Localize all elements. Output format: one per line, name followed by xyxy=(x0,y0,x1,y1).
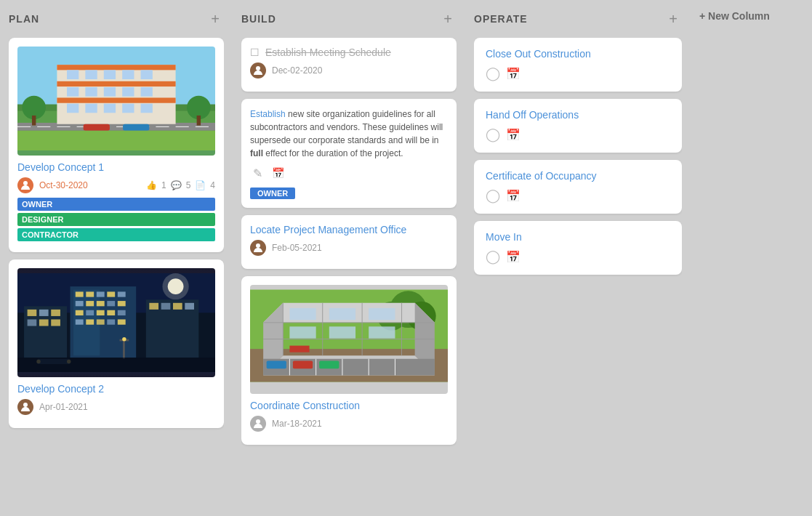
card-close-out-construction: Close Out Construction ◯ 📅 xyxy=(474,38,682,92)
date-coordinate-construction: Mar-18-2021 xyxy=(272,419,322,429)
svg-rect-53 xyxy=(118,310,126,315)
card-develop-concept-1: Develop Concept 1 Oct-30-2020 👍 1 💬 5 📄 … xyxy=(9,38,224,252)
card-locate-pm-meta: Feb-05-2021 xyxy=(250,240,448,256)
svg-rect-21 xyxy=(104,104,116,113)
date-locate-pm: Feb-05-2021 xyxy=(272,243,322,253)
person-icon-movein: ◯ xyxy=(486,249,500,265)
operate-cards-container: Close Out Construction ◯ 📅 Hand Off Oper… xyxy=(474,38,682,509)
svg-rect-13 xyxy=(141,70,153,79)
plan-column-header: PLAN + xyxy=(9,7,224,31)
doc-count: 4 xyxy=(210,180,215,190)
card-locate-pm-title[interactable]: Locate Project Management Office xyxy=(250,224,448,235)
svg-rect-30 xyxy=(17,131,215,150)
card-move-in: Move In ◯ 📅 xyxy=(474,221,682,275)
svg-rect-8 xyxy=(57,97,175,102)
calendar-icon: 📅 xyxy=(270,166,285,180)
date-develop-concept-2: Apr-01-2021 xyxy=(39,402,88,412)
svg-rect-19 xyxy=(67,104,79,113)
svg-point-81 xyxy=(256,243,260,248)
svg-rect-99 xyxy=(369,308,395,320)
svg-rect-42 xyxy=(107,291,115,297)
operate-add-button[interactable]: + xyxy=(664,10,682,28)
svg-rect-16 xyxy=(104,87,116,97)
avatar-locate-pm xyxy=(250,240,266,256)
svg-rect-22 xyxy=(122,104,134,113)
avatar-establish-meeting xyxy=(250,63,266,78)
svg-rect-11 xyxy=(104,70,116,79)
svg-point-80 xyxy=(256,66,260,70)
svg-rect-27 xyxy=(197,116,201,126)
card-coordinate-construction: Coordinate Construction Mar-18-2021 xyxy=(241,276,457,445)
svg-rect-23 xyxy=(141,104,153,113)
card-develop-concept-1-meta: Oct-30-2020 👍 1 💬 5 📄 4 xyxy=(17,177,215,193)
card-handoff-icons: ◯ 📅 xyxy=(486,126,670,142)
card-movein-icons: ◯ 📅 xyxy=(486,249,670,265)
build-cards-container: ☐ Establish Meeting Schedule Dec-02-2020… xyxy=(241,38,457,509)
card-develop-concept-2-title[interactable]: Develop Concept 2 xyxy=(17,383,215,395)
card-close-out-icons: ◯ 📅 xyxy=(486,65,670,81)
card-image-apartment xyxy=(17,47,215,156)
svg-rect-49 xyxy=(76,310,84,315)
card-hand-off-operations: Hand Off Operations ◯ 📅 xyxy=(474,99,682,153)
svg-rect-10 xyxy=(85,70,97,79)
svg-point-79 xyxy=(23,403,28,407)
svg-point-113 xyxy=(256,419,260,424)
card-close-out-title[interactable]: Close Out Construction xyxy=(486,48,670,60)
card-movein-title[interactable]: Move In xyxy=(486,231,670,243)
like-count: 1 xyxy=(161,180,166,190)
card-certificate-of-occupancy: Certificate of Occupancy ◯ 📅 xyxy=(474,160,682,214)
svg-rect-75 xyxy=(123,339,125,359)
card-develop-concept-2: Develop Concept 2 Apr-01-2021 xyxy=(9,259,224,428)
svg-rect-7 xyxy=(57,81,175,86)
svg-rect-64 xyxy=(39,319,49,326)
plan-column: PLAN + xyxy=(0,0,233,516)
person-icon-certificate: ◯ xyxy=(486,188,500,203)
avatar-develop-concept-2 xyxy=(17,399,33,415)
card-image-construction xyxy=(250,285,448,394)
like-icon: 👍 xyxy=(146,180,157,190)
svg-rect-100 xyxy=(289,326,315,338)
doc-icon: 📄 xyxy=(195,180,206,190)
tag-contractor: CONTRACTOR xyxy=(17,228,215,241)
person-icon: ✎ xyxy=(250,166,265,180)
card-certificate-title[interactable]: Certificate of Occupancy xyxy=(486,170,670,182)
operate-column-title: OPERATE xyxy=(474,13,528,25)
card-establish-meeting-title[interactable]: Establish Meeting Schedule xyxy=(265,47,391,58)
svg-rect-98 xyxy=(329,308,355,320)
comment-icon: 💬 xyxy=(171,180,182,190)
svg-rect-55 xyxy=(86,319,94,324)
svg-rect-18 xyxy=(141,87,153,97)
svg-rect-65 xyxy=(51,319,60,326)
svg-rect-15 xyxy=(85,87,97,97)
check-icon: ☐ xyxy=(250,47,260,58)
card-coordinate-construction-title[interactable]: Coordinate Construction xyxy=(250,400,448,411)
svg-rect-12 xyxy=(122,70,134,79)
calendar-icon-movein: 📅 xyxy=(506,250,520,264)
build-add-button[interactable]: + xyxy=(439,10,457,28)
svg-rect-17 xyxy=(122,87,134,97)
svg-rect-48 xyxy=(118,301,126,306)
card-handoff-title[interactable]: Hand Off Operations xyxy=(486,109,670,121)
svg-rect-50 xyxy=(86,310,94,315)
new-column-button[interactable]: + New Column xyxy=(691,0,807,516)
operate-column: OPERATE + Close Out Construction ◯ 📅 Han… xyxy=(465,0,691,516)
card-establish-meeting: ☐ Establish Meeting Schedule Dec-02-2020 xyxy=(241,38,457,92)
card-certificate-icons: ◯ 📅 xyxy=(486,188,670,203)
svg-rect-67 xyxy=(149,303,158,310)
date-establish-meeting: Dec-02-2020 xyxy=(272,65,322,76)
card-image-glass xyxy=(17,268,215,377)
card-develop-concept-1-title[interactable]: Develop Concept 1 xyxy=(17,161,215,173)
svg-rect-110 xyxy=(267,360,286,368)
calendar-icon-certificate: 📅 xyxy=(506,189,520,203)
svg-rect-46 xyxy=(97,301,105,306)
svg-rect-104 xyxy=(263,359,435,376)
card-establish-guidelines-text: Establish new site organization guidelin… xyxy=(250,108,448,160)
new-column-label: + New Column xyxy=(699,10,770,22)
person-icon-handoff: ◯ xyxy=(486,126,500,142)
date-develop-concept-1: Oct-30-2020 xyxy=(39,180,88,190)
highlight-establish: Establish xyxy=(250,109,286,119)
plan-column-title: PLAN xyxy=(9,13,39,25)
svg-rect-20 xyxy=(85,104,97,113)
plan-add-button[interactable]: + xyxy=(206,10,224,28)
card-coordinate-construction-meta: Mar-18-2021 xyxy=(250,416,448,432)
